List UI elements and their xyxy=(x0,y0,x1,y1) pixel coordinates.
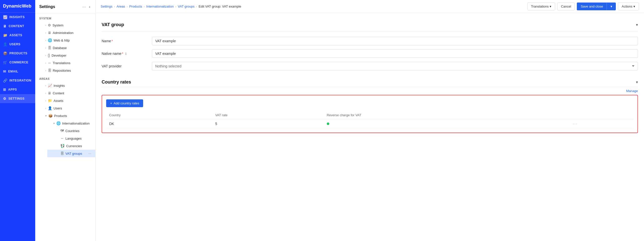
sidebar-label-vat-groups: VAT groups xyxy=(65,152,82,155)
sidebar-label-system: System xyxy=(53,23,63,27)
breadcrumb-areas[interactable]: Areas xyxy=(116,5,125,8)
actions-label: Actions xyxy=(622,5,632,8)
sidebar-item-system[interactable]: › ⚙ System xyxy=(39,21,95,29)
sidebar-collapse-button[interactable]: ‹ xyxy=(88,4,91,10)
sidebar-item-languages[interactable]: ↔ Languages xyxy=(47,135,95,142)
users-area-icon: 👤 xyxy=(48,106,52,110)
nav-item-settings[interactable]: ⚙ SETTINGS xyxy=(0,94,35,103)
nav-label-settings: SETTINGS xyxy=(9,97,25,100)
nav-item-products[interactable]: 📦 PRODUCTS xyxy=(0,49,35,58)
nav-label-email: EMAIL xyxy=(8,70,18,73)
sidebar-item-administration[interactable]: › 🖥 Administration xyxy=(39,29,95,36)
sidebar-item-translations[interactable]: › ↔ Translations xyxy=(39,59,95,67)
info-icon[interactable]: ℹ xyxy=(125,52,127,56)
vat-provider-label: VAT provider xyxy=(102,64,152,68)
insights-area-icon: 📈 xyxy=(48,84,52,88)
nav-label-assets: ASSETS xyxy=(10,33,22,37)
vat-provider-select[interactable]: Nothing selected xyxy=(152,62,638,70)
breadcrumb-settings[interactable]: Settings xyxy=(101,5,112,8)
sidebar-item-vat-groups[interactable]: 🗄 VAT groups ··· xyxy=(47,150,95,157)
sidebar-item-content-area[interactable]: › 🖥 Content xyxy=(39,89,95,97)
add-country-rates-button[interactable]: + Add country rates xyxy=(106,99,143,107)
nav-item-content[interactable]: 🖥 CONTENT xyxy=(0,22,35,31)
main: Settings › Areas › Products › Internatio… xyxy=(96,0,644,241)
sidebar-title: Settings xyxy=(39,5,55,9)
country-rates-collapse-icon[interactable]: ▾ xyxy=(636,80,638,85)
sidebar-item-webhttp[interactable]: › 🌐 Web & http xyxy=(39,36,95,44)
email-icon: ✉ xyxy=(3,69,6,73)
languages-icon: ↔ xyxy=(60,136,64,140)
nav-label-content: CONTENT xyxy=(9,24,24,28)
cell-vat-rate: 5 xyxy=(212,119,324,129)
sidebar-item-internationalization[interactable]: ▾ 🌐 Internationalization xyxy=(43,119,95,127)
breadcrumb-internationalization[interactable]: Internationalization xyxy=(146,5,174,8)
nav-item-commerce[interactable]: 🛒 COMMERCE xyxy=(0,58,35,67)
sidebar-header: Settings ··· ‹ xyxy=(35,0,95,14)
chevron-down-icon: ▾ xyxy=(550,5,551,8)
sidebar-item-developer[interactable]: › {} Developer xyxy=(39,52,95,59)
expand-arrow-icon: › xyxy=(45,99,46,102)
sidebar-more-icon[interactable]: ··· xyxy=(82,4,86,10)
save-dropdown-button[interactable]: ▾ xyxy=(607,3,616,10)
actions-btn-group: Actions ▾ xyxy=(618,3,639,10)
cell-row-actions: ··· xyxy=(570,119,633,129)
sidebar-label-currencies: Currencies xyxy=(66,144,82,148)
sidebar-label-countries: Countries xyxy=(65,129,79,133)
vat-groups-more-icon[interactable]: ··· xyxy=(88,151,91,155)
left-nav: DynamicWeb 📈 INSIGHTS 🖥 CONTENT 📁 ASSETS… xyxy=(0,0,35,241)
breadcrumb-sep-1: › xyxy=(114,5,115,8)
collapse-icon[interactable]: ▾ xyxy=(636,22,638,27)
vat-group-title: VAT group xyxy=(102,22,124,27)
nav-label-apps: APPS xyxy=(8,88,17,91)
col-reverse-charge: Reverse charge for VAT xyxy=(324,111,570,119)
nav-item-assets[interactable]: 📁 ASSETS xyxy=(0,31,35,40)
translations-btn-group: Translations ▾ xyxy=(527,3,555,10)
sidebar-item-users-area[interactable]: › 👤 Users xyxy=(39,104,95,112)
translations-button[interactable]: Translations ▾ xyxy=(528,3,555,10)
expand-arrow-icon: › xyxy=(45,107,46,110)
native-name-input[interactable] xyxy=(152,49,638,58)
nav-label-products: PRODUCTS xyxy=(10,52,27,55)
name-input[interactable] xyxy=(152,37,638,45)
sidebar-item-countries[interactable]: 🗺 Countries xyxy=(47,127,95,135)
sidebar-item-products-area[interactable]: ▾ 📦 Products xyxy=(39,112,95,119)
nav-item-apps[interactable]: ⊞ APPS xyxy=(0,85,35,94)
nav-item-users[interactable]: 👤 USERS xyxy=(0,40,35,49)
expand-arrow-icon: › xyxy=(45,54,46,57)
apps-icon: ⊞ xyxy=(3,88,6,92)
cancel-button[interactable]: Cancel xyxy=(557,3,575,10)
settings-icon: ⚙ xyxy=(3,97,7,101)
insights-icon: 📈 xyxy=(3,15,8,19)
content-area-icon: 🖥 xyxy=(48,91,51,95)
products-icon: 📦 xyxy=(3,51,8,55)
col-actions xyxy=(570,111,633,119)
products-area-icon: 📦 xyxy=(48,114,53,118)
vat-provider-field-row: VAT provider Nothing selected xyxy=(102,62,638,70)
save-btn-group: Save and close ▾ xyxy=(577,3,616,10)
breadcrumb-products[interactable]: Products xyxy=(129,5,142,8)
sidebar: Settings ··· ‹ System › ⚙ System › 🖥 Adm… xyxy=(35,0,96,241)
actions-button[interactable]: Actions ▾ xyxy=(618,3,639,10)
sidebar-item-repositories[interactable]: › 🗄 Repositories xyxy=(39,67,95,74)
nav-label-insights: INSIGHTS xyxy=(10,15,25,19)
chevron-down-icon: ▾ xyxy=(611,5,612,8)
sidebar-item-database[interactable]: › 🗄 Database xyxy=(39,44,95,52)
nav-item-insights[interactable]: 📈 INSIGHTS xyxy=(0,13,35,22)
sidebar-item-assets-area[interactable]: › 📁 Assets xyxy=(39,97,95,104)
sidebar-item-insights[interactable]: › 📈 Insights xyxy=(39,82,95,89)
vat-group-header: VAT group ▾ xyxy=(102,18,638,32)
row-more-icon[interactable]: ··· xyxy=(573,122,577,126)
breadcrumb-vat-groups[interactable]: VAT groups xyxy=(178,5,194,8)
expand-arrow-icon: › xyxy=(45,61,46,64)
cell-country: DK xyxy=(106,119,212,129)
manage-link[interactable]: Manage xyxy=(102,89,638,93)
required-indicator: * xyxy=(122,52,123,56)
developer-icon: {} xyxy=(48,53,50,57)
system-section-label: System xyxy=(35,14,95,21)
nav-item-email[interactable]: ✉ EMAIL xyxy=(0,67,35,76)
nav-item-integration[interactable]: 🔗 INTEGRATION xyxy=(0,76,35,85)
col-vat-rate: VAT rate xyxy=(212,111,324,119)
native-name-input-wrapper xyxy=(152,49,638,58)
sidebar-item-currencies[interactable]: 💱 Currencies xyxy=(47,142,95,150)
save-button[interactable]: Save and close xyxy=(577,3,607,10)
